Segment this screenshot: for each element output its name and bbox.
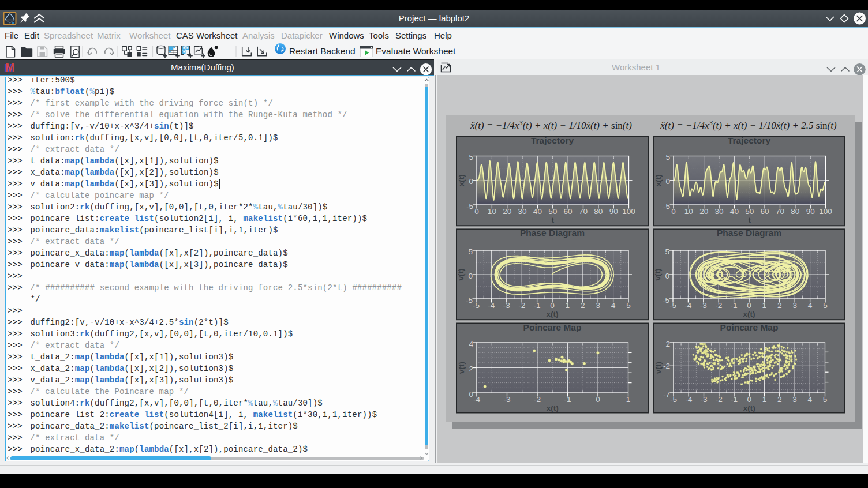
svg-text:80: 80 [791, 207, 800, 216]
svg-text:5: 5 [469, 153, 473, 162]
svg-text:5: 5 [665, 247, 669, 256]
svg-text:3: 3 [596, 301, 600, 310]
svg-text:-4: -4 [685, 395, 693, 404]
svg-text:0: 0 [596, 395, 600, 404]
svg-text:-4: -4 [473, 395, 481, 404]
svg-text:ẍ(t) = −1/4x3(t) + x(t) − 1/1: ẍ(t) = −1/4x3(t) + x(t) − 1/10ẋ(t) + 2… [660, 119, 837, 131]
svg-text:-5: -5 [669, 301, 676, 310]
svg-text:5: 5 [468, 247, 473, 256]
svg-text:30: 30 [518, 207, 527, 216]
svg-text:0: 0 [747, 395, 751, 404]
svg-text:M: M [5, 61, 15, 74]
svg-text:70: 70 [579, 207, 588, 216]
svg-text:60: 60 [564, 207, 573, 216]
svg-text:1: 1 [762, 301, 767, 310]
svg-text:0: 0 [747, 301, 751, 310]
svg-text:Trajectory: Trajectory [728, 136, 770, 145]
svg-text:-2: -2 [663, 362, 670, 370]
svg-text:-3: -3 [503, 301, 510, 310]
svg-text:0: 0 [665, 177, 670, 186]
svg-text:2: 2 [665, 340, 670, 348]
svg-text:0: 0 [474, 207, 479, 216]
svg-text:0: 0 [468, 272, 473, 280]
svg-text:v(t): v(t) [457, 269, 465, 281]
svg-text:x(t): x(t) [654, 174, 663, 186]
svg-text:-3: -3 [700, 301, 707, 310]
svg-text:x(t): x(t) [743, 310, 755, 318]
svg-text:10: 10 [488, 207, 497, 216]
svg-text:x(t): x(t) [547, 404, 559, 412]
svg-text:2: 2 [777, 301, 782, 310]
svg-text:80: 80 [594, 207, 603, 216]
svg-text:-3: -3 [700, 395, 707, 404]
svg-text:t: t [749, 216, 751, 224]
svg-text:90: 90 [806, 207, 815, 216]
svg-text:-1: -1 [731, 395, 738, 404]
svg-text:-2: -2 [534, 395, 541, 404]
svg-text:-4: -4 [684, 301, 692, 310]
svg-text:50: 50 [548, 207, 558, 216]
svg-text:-2: -2 [518, 301, 525, 310]
svg-text:20: 20 [503, 207, 512, 216]
svg-text:5: 5 [626, 301, 631, 310]
svg-text:90: 90 [609, 207, 619, 216]
svg-text:-5: -5 [670, 395, 677, 404]
svg-text:ẍ(t) = −1/4x3(t) + x(t) − 1/1: ẍ(t) = −1/4x3(t) + x(t) − 1/10ẋ(t) + s… [470, 119, 632, 131]
svg-text:60: 60 [761, 207, 770, 216]
svg-text:Trajectory: Trajectory [531, 136, 574, 145]
svg-text:-5: -5 [466, 202, 473, 211]
svg-text:x(t): x(t) [743, 404, 755, 412]
svg-text:-7: -7 [663, 390, 670, 399]
svg-text:0: 0 [469, 390, 473, 399]
svg-text:v(t): v(t) [653, 269, 662, 281]
svg-text:20: 20 [699, 207, 709, 216]
svg-text:3: 3 [792, 395, 797, 404]
svg-text:-1: -1 [564, 395, 571, 404]
svg-text:0: 0 [550, 301, 555, 310]
svg-text:-5: -5 [473, 301, 480, 310]
svg-text:-5: -5 [663, 296, 669, 305]
svg-text:40: 40 [730, 207, 739, 216]
svg-text:5: 5 [823, 301, 828, 310]
svg-text:2: 2 [777, 395, 782, 404]
svg-text:0: 0 [671, 207, 676, 216]
svg-text:-4: -4 [488, 301, 495, 310]
svg-text:Poincare Map: Poincare Map [523, 322, 582, 332]
svg-text:t: t [552, 216, 555, 224]
svg-text:-2: -2 [716, 395, 723, 404]
svg-text:0: 0 [469, 177, 473, 186]
svg-text:4: 4 [611, 301, 616, 310]
svg-text:40: 40 [533, 207, 542, 216]
svg-text:x(t): x(t) [547, 310, 559, 318]
svg-text:4: 4 [469, 340, 473, 348]
svg-text:10: 10 [684, 207, 694, 216]
svg-text:Poincare Map: Poincare Map [720, 322, 779, 332]
svg-text:-5: -5 [663, 202, 670, 211]
svg-text:1: 1 [566, 301, 570, 310]
svg-text:30: 30 [714, 207, 724, 216]
svg-text:0: 0 [665, 272, 669, 280]
svg-text:70: 70 [776, 207, 785, 216]
svg-text:-3: -3 [503, 395, 510, 404]
svg-text:x(t): x(t) [457, 174, 466, 186]
svg-text:5: 5 [665, 153, 670, 162]
svg-text:4: 4 [807, 395, 812, 404]
svg-text:Phase Diagram: Phase Diagram [717, 228, 781, 238]
svg-text:5: 5 [823, 395, 828, 404]
svg-text:2: 2 [581, 301, 585, 310]
svg-text:Phase Diagram: Phase Diagram [520, 228, 585, 238]
svg-text:100: 100 [819, 207, 832, 216]
svg-text:100: 100 [622, 207, 635, 216]
svg-text:50: 50 [745, 207, 754, 216]
svg-text:1: 1 [626, 395, 631, 404]
svg-text:v(t): v(t) [457, 362, 466, 374]
svg-text:2: 2 [469, 365, 473, 373]
svg-text:3: 3 [792, 301, 797, 310]
svg-text:-1: -1 [731, 301, 738, 310]
svg-text:-2: -2 [715, 301, 722, 310]
svg-text:-1: -1 [534, 301, 541, 310]
svg-text:v(t): v(t) [654, 362, 663, 374]
svg-text:4: 4 [808, 301, 813, 310]
svg-text:-5: -5 [466, 296, 473, 305]
svg-text:1: 1 [762, 395, 767, 404]
